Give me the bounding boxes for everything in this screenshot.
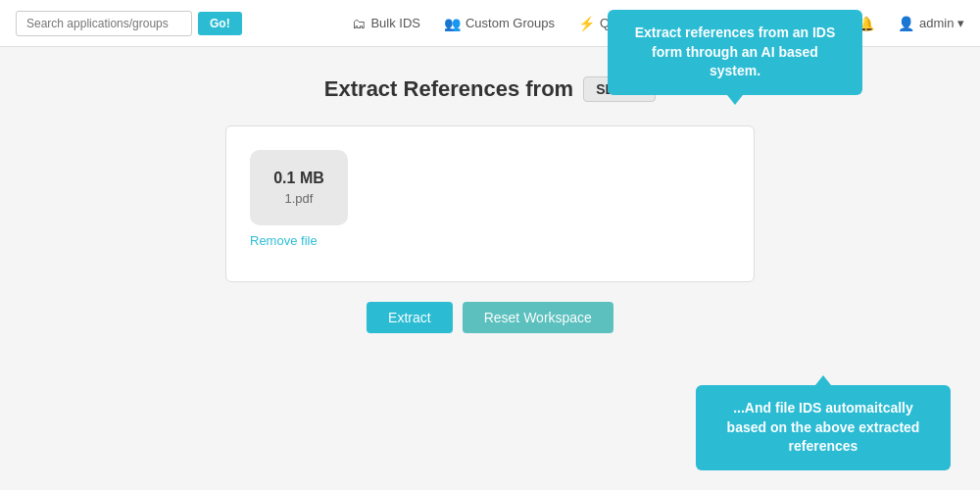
file-name: 1.pdf <box>273 191 324 206</box>
nav-label-custom-groups: Custom Groups <box>466 16 555 30</box>
custom-groups-icon: 👥 <box>444 16 461 31</box>
bulk-ids-icon: 🗂 <box>352 16 366 31</box>
remove-file-link[interactable]: Remove file <box>250 233 348 248</box>
reset-button[interactable]: Reset Workspace <box>463 302 613 333</box>
search-area: Go! <box>16 11 242 36</box>
quick-add-icon: ⚡ <box>578 16 595 31</box>
nav-item-custom-groups[interactable]: 👥 Custom Groups <box>444 16 555 31</box>
file-card: 0.1 MB 1.pdf <box>250 150 348 225</box>
nav-item-bulk-ids[interactable]: 🗂 Bulk IDS <box>352 16 420 31</box>
page-title-text: Extract References from <box>324 76 573 102</box>
tooltip-bottom: ...And file IDS automaitcally based on t… <box>696 385 951 470</box>
tooltip-top-text: Extract references from an IDS form thro… <box>635 24 836 78</box>
tooltip-bottom-text: ...And file IDS automaitcally based on t… <box>727 400 920 454</box>
go-button[interactable]: Go! <box>198 12 242 35</box>
tooltip-top: Extract references from an IDS form thro… <box>608 10 862 95</box>
search-input[interactable] <box>16 11 192 36</box>
user-icon: 👤 <box>898 16 914 31</box>
nav-item-admin[interactable]: 👤 admin ▾ <box>898 16 964 31</box>
file-drop-area: 0.1 MB 1.pdf Remove file <box>225 125 755 282</box>
action-buttons: Extract Reset Workspace <box>39 302 941 333</box>
file-item: 0.1 MB 1.pdf Remove file <box>250 150 348 248</box>
nav-label-admin: admin ▾ <box>919 16 964 30</box>
file-size: 0.1 MB <box>273 170 324 187</box>
extract-button[interactable]: Extract <box>367 302 453 333</box>
nav-label-bulk-ids: Bulk IDS <box>370 16 420 30</box>
